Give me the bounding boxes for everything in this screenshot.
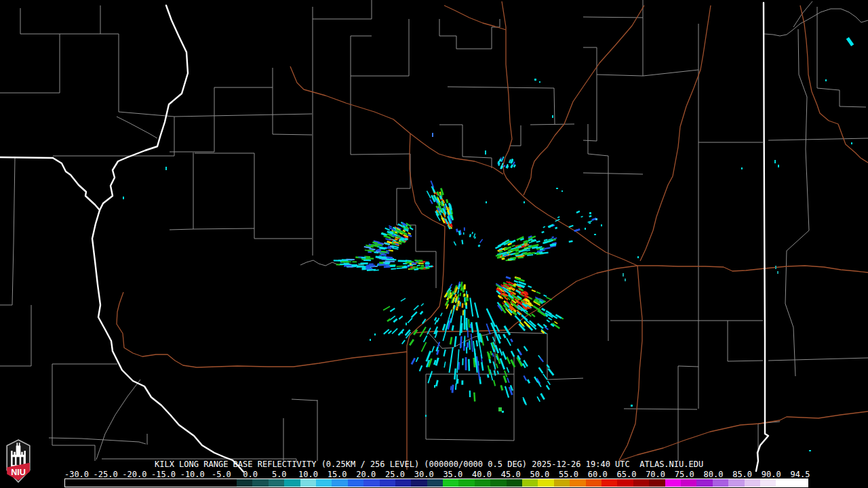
radar-speck	[432, 133, 433, 137]
colorbar	[64, 479, 808, 487]
radar-speck	[434, 385, 435, 388]
colorbar-nd-region	[65, 479, 237, 487]
radar-speck	[585, 228, 586, 230]
colorbar-segment	[363, 479, 379, 487]
colorbar-segment	[237, 479, 252, 487]
colorbar-segment	[458, 479, 474, 487]
colorbar-segment	[395, 479, 411, 487]
radar-speck	[601, 224, 602, 226]
colorbar-segment	[269, 479, 284, 487]
product-caption: KILX LONG RANGE BASE REFLECTIVITY (0.25K…	[155, 460, 703, 469]
colorbar-segment	[300, 479, 316, 487]
radar-speck	[406, 323, 407, 325]
radar-speck	[374, 333, 376, 336]
radar-speck	[825, 79, 827, 81]
colorbar-segment	[681, 479, 696, 487]
colorbar-segment	[633, 479, 649, 487]
radar-speck	[741, 167, 743, 169]
colorbar-segment	[348, 479, 363, 487]
colorbar-segment	[522, 479, 538, 487]
radar-speck	[851, 142, 852, 144]
radar-speck	[502, 411, 504, 413]
colorbar-segment	[665, 479, 681, 487]
radar-speck	[846, 37, 854, 47]
colorbar-segment	[490, 479, 506, 487]
radar-speck	[123, 197, 124, 199]
radar-speck	[425, 415, 427, 417]
colorbar-segment	[760, 479, 776, 487]
colorbar-segment	[696, 479, 712, 487]
colorbar-segment	[617, 479, 633, 487]
colorbar-segment	[713, 479, 728, 487]
colorbar-segment	[586, 479, 601, 487]
radar-speck	[561, 190, 563, 192]
radar-speck	[777, 271, 778, 274]
colorbar-segment	[792, 479, 808, 487]
colorbar-segment	[745, 479, 760, 487]
colorbar-segment	[554, 479, 570, 487]
radar-speck	[631, 405, 633, 407]
colorbar-segment	[776, 479, 791, 487]
radar-viewer: KILX LONG RANGE BASE REFLECTIVITY (0.25K…	[0, 0, 868, 488]
colorbar-segment	[507, 479, 522, 487]
colorbar-segment	[427, 479, 443, 487]
radar-map	[0, 0, 868, 488]
radar-speck	[401, 331, 403, 333]
radar-speck	[485, 150, 486, 155]
radar-speck	[498, 407, 502, 411]
colorbar-tick-label: 94.5	[778, 470, 822, 479]
colorbar-labels: -30.0-25.0-20.0-15.0-10.0-5.00.05.010.01…	[0, 470, 868, 479]
colorbar-segment	[316, 479, 332, 487]
radar-speck	[625, 279, 626, 281]
colorbar-segment	[443, 479, 458, 487]
radar-speck	[595, 218, 597, 220]
radar-speck	[623, 273, 624, 277]
colorbar-segment	[601, 479, 617, 487]
colorbar-segment	[570, 479, 585, 487]
radar-speck	[594, 234, 596, 235]
radar-speck	[486, 201, 487, 203]
radar-speck	[556, 188, 558, 189]
radar-speck	[539, 81, 540, 83]
colorbar-segment	[380, 479, 395, 487]
radar-speck	[589, 212, 591, 214]
colorbar-segment	[252, 479, 268, 487]
colorbar-segment	[649, 479, 665, 487]
radar-speck	[524, 201, 525, 203]
radar-speck	[370, 339, 371, 341]
radar-speck	[774, 160, 776, 163]
radar-speck	[165, 167, 167, 170]
colorbar-segment	[411, 479, 427, 487]
radar-speck	[534, 79, 536, 81]
logo-text: NIU	[11, 468, 26, 477]
colorbar-segment	[538, 479, 553, 487]
colorbar-segment	[728, 479, 744, 487]
colorbar-segment	[475, 479, 490, 487]
niu-logo: NIU	[4, 437, 33, 486]
radar-speck	[809, 450, 811, 451]
radar-speck	[552, 115, 553, 118]
radar-speck	[778, 165, 779, 167]
radar-speck	[637, 256, 639, 258]
radar-speck	[775, 266, 776, 269]
colorbar-segment	[284, 479, 300, 487]
colorbar-segment	[332, 479, 347, 487]
